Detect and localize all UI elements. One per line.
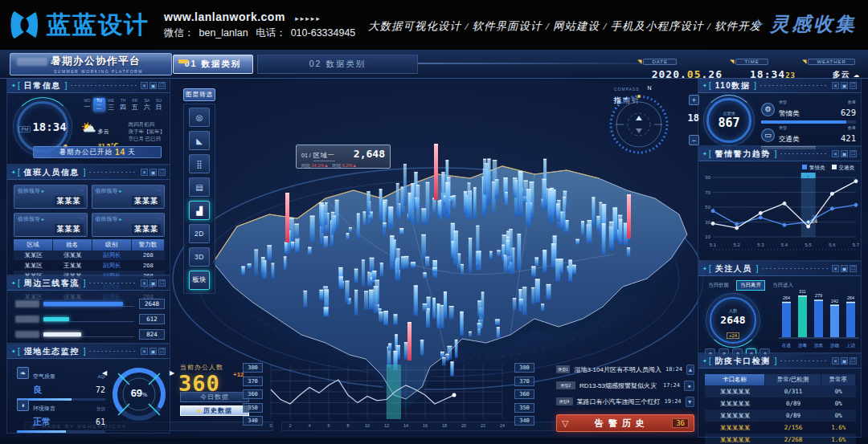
close-icon[interactable]: ✕ (141, 169, 148, 176)
column-header[interactable]: 姓名 (53, 239, 92, 251)
history-data-button[interactable]: 历史数据 (180, 405, 249, 416)
duty-leader-card[interactable]: 值班领导 ▸⋯某某某 (14, 185, 88, 209)
window-icon[interactable]: ▣ (841, 150, 848, 157)
window-icon[interactable]: ▣ (149, 348, 157, 355)
alert-row[interactable]: 类型1湿地3-104片区有不明人员闯入18:24▲ (556, 363, 694, 376)
layer-button-3D[interactable]: 3D (189, 247, 210, 267)
focus-bar-chart: 264在逃311涉毒279涉黑242涉稳264上访 (779, 283, 859, 355)
close-icon[interactable]: ✕ (141, 348, 148, 355)
website-link[interactable]: www.lanlanwork.com (164, 10, 285, 23)
column-header[interactable]: 警力数 (132, 239, 165, 251)
alert-history-count: 36 (672, 418, 689, 428)
duty-leader-name: 某某某 (132, 196, 161, 206)
close-icon[interactable]: ✕ (832, 150, 839, 157)
weekday-cell: TU二 (93, 98, 105, 112)
incident-count: 629 (841, 108, 856, 117)
window-icon[interactable]: ▣ (149, 82, 157, 89)
expand-icon[interactable]: ⛶ (158, 279, 166, 287)
table-row[interactable]: 某某某某某0/890% (705, 409, 856, 422)
expand-icon[interactable]: ⛶ (850, 265, 857, 272)
window-icon[interactable]: ▣ (841, 357, 848, 365)
more-icon[interactable]: ⋯ (80, 215, 84, 221)
contact-block: www.lanlanwork.com ▸▸▸▸▸ 微信：ben_lanlan 电… (164, 10, 360, 40)
expand-icon[interactable]: ⛶ (158, 169, 166, 176)
expand-icon[interactable]: ⛶ (158, 348, 166, 355)
close-icon[interactable]: ✕ (832, 82, 839, 89)
duty-leader-card[interactable]: 值班领导 ▸⋯某某某 (14, 213, 88, 237)
svg-text:10: 10 (705, 234, 710, 239)
more-icon[interactable]: ⋯ (80, 187, 84, 193)
zoom-out-button[interactable]: − (689, 135, 699, 145)
expand-icon[interactable]: ⛶ (850, 150, 857, 157)
office-chart-svg: 024681012141618202224 (268, 361, 509, 435)
window-icon[interactable]: ▣ (841, 82, 848, 89)
table-row[interactable]: 某某区张某某副局长268 (14, 250, 165, 260)
tab-data-category-02[interactable]: 02 数据类别 (257, 55, 418, 74)
duty-leader-card[interactable]: 值班领导 ▸⋯某某某 (92, 185, 166, 209)
radar-icon[interactable]: ◣ (189, 131, 210, 150)
gauge-right-arrow[interactable]: ▶ (170, 369, 174, 377)
building-icon[interactable]: ▤ (189, 177, 210, 197)
zoom-in-button[interactable]: + (689, 95, 699, 105)
layer-button-2D[interactable]: 2D (189, 224, 210, 243)
column-header[interactable]: 级别 (92, 239, 132, 251)
layer-button-板块[interactable]: 板块 (189, 271, 210, 290)
table-row[interactable]: 某某区王某某副局长268 (14, 260, 165, 271)
abnormal-rate: 0% (821, 400, 856, 407)
alert-marker-icon[interactable]: ● (684, 381, 694, 391)
more-icon[interactable]: ⋯ (157, 187, 162, 193)
expand-icon[interactable]: ⛶ (850, 82, 857, 89)
more-icon[interactable]: ⋯ (157, 215, 162, 221)
window-icon[interactable]: ▣ (149, 279, 157, 287)
close-icon[interactable]: ✕ (832, 357, 839, 365)
alert-marker-icon[interactable]: ▲ (686, 365, 694, 375)
aqi-value: 72 (96, 385, 105, 394)
column-header[interactable]: 异常/已检测 (765, 374, 821, 385)
tab-data-category-01[interactable]: 01 数据类别 (173, 55, 253, 74)
table-row[interactable]: 某某某某某2/1561.6% (705, 422, 856, 434)
close-icon[interactable]: ✕ (141, 82, 148, 89)
alert-row[interactable]: 类型4某路口有小汽车连闯三个红灯19:24▼ (556, 395, 694, 408)
svg-text:涉黑: 涉黑 (814, 343, 824, 348)
gauge-left-arrow[interactable]: ◀ (102, 369, 107, 377)
column-header[interactable]: 异常率 (821, 374, 856, 385)
focus-tab-当日离开[interactable]: 当日离开 (736, 280, 765, 291)
camera-icon[interactable]: ◎ (189, 108, 210, 127)
tooltip-value: 2,648 (354, 148, 385, 160)
alert-row[interactable]: 类型2RD13-53烟感报警疑似火灾17:24● (556, 379, 694, 392)
svg-text:242: 242 (831, 299, 838, 303)
table-cell: 268 (132, 251, 165, 259)
grid-icon[interactable]: ⣿ (189, 154, 210, 173)
wechat-label: 微信： (164, 27, 194, 39)
yaxis-tick-box: 340 (243, 416, 263, 426)
today-data-button[interactable]: 今日数据 (180, 392, 249, 402)
expand-icon[interactable]: ⛶ (158, 82, 166, 89)
alert-text: RD13-53烟感报警疑似火灾 (579, 381, 659, 390)
focus-tab-当日驻留[interactable]: 当日驻留 (705, 281, 732, 290)
tab-active-marker (178, 59, 188, 63)
close-icon[interactable]: ✕ (832, 265, 839, 272)
close-icon[interactable]: ✕ (141, 279, 148, 287)
passenger-row: 824 (15, 329, 165, 339)
svg-text:16: 16 (423, 423, 428, 428)
window-icon[interactable]: ▣ (841, 265, 848, 272)
svg-text:20: 20 (461, 423, 466, 428)
table-row[interactable]: 某某某某某0/3110% (705, 385, 856, 397)
alert-history-button[interactable]: ▽ 告警历史 36 (556, 414, 694, 432)
compass-dial[interactable] (608, 93, 670, 156)
bar-chart-icon[interactable]: ▟ (189, 201, 210, 220)
table-row[interactable]: 某某某某某0/890% (705, 397, 856, 409)
window-icon[interactable]: ▣ (149, 169, 157, 176)
expand-icon[interactable]: ⛶ (850, 357, 857, 365)
duty-leader-card[interactable]: 值班领导 ▸⋯某某某 (92, 213, 166, 237)
alert-marker-icon[interactable]: ▼ (686, 397, 694, 407)
alert-time: 19:24 (665, 398, 682, 405)
svg-text:涉毒: 涉毒 (798, 343, 808, 348)
svg-text:50: 50 (705, 205, 710, 210)
table-row[interactable]: 某某某某某2/2681.6% (705, 434, 856, 444)
sparkle-icon: ✧ (751, 14, 765, 34)
column-header[interactable]: 区域 (14, 239, 53, 251)
trend-chart-svg: 9070503010⌄30245.15.25.35.45.55.65.7 (700, 171, 861, 258)
abnormal-rate: 0% (821, 412, 856, 419)
column-header[interactable]: 卡口名称 (705, 374, 765, 385)
